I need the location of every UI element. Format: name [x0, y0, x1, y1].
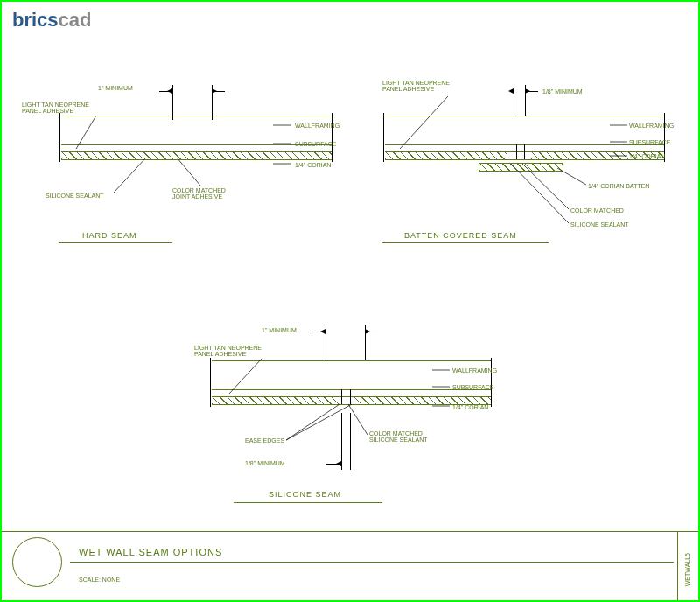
d3-mid: [212, 389, 492, 390]
svg-line-12: [511, 164, 569, 223]
d1-dimh1: [159, 91, 172, 92]
d3-dimh2: [365, 332, 378, 332]
d3-dim2: [365, 326, 366, 360]
d1-min-label: 1" MINIMUM: [98, 85, 133, 91]
d3-top: [212, 360, 492, 361]
footer-vline: [677, 531, 678, 600]
d1-sealant: SILICONE SEALANT: [46, 192, 104, 199]
d2-min: 1/8" MINIMUM: [542, 88, 583, 94]
d3-gap1: [341, 389, 342, 404]
d2-dimh: [525, 91, 538, 92]
d1-joint: COLOR MATCHED JOINT ADHESIVE: [172, 187, 238, 200]
d3-title-line: [234, 502, 382, 503]
d3-hatchL: [212, 397, 339, 404]
d1-dim1: [172, 85, 173, 120]
d3-breakR: [491, 358, 492, 407]
svg-line-2: [177, 158, 200, 186]
logo-brics: brics: [12, 9, 59, 31]
side-label: WETWALL5: [684, 553, 690, 586]
d1-breakL: [60, 113, 60, 162]
d3-hatchR: [354, 397, 492, 404]
d2-matched: COLOR MATCHED: [570, 207, 624, 214]
d3-breakL: [210, 358, 211, 407]
title-underline: [70, 562, 674, 563]
svg-line-19: [348, 404, 368, 435]
d3-sealant: COLOR MATCHED SILICONE SEALANT: [369, 430, 435, 443]
scale-label: SCALE: NONE: [79, 577, 120, 583]
svg-line-6: [400, 96, 448, 149]
d2-subsurface: SUBSURFACE: [629, 139, 670, 145]
d1-hatch: [61, 152, 332, 159]
d1-breakR: [332, 113, 332, 162]
d2-title-line: [382, 242, 549, 243]
d2-dim2: [525, 85, 526, 116]
d1-wallframing: WALLFRAMING: [295, 122, 340, 129]
d3-dimbh: [326, 464, 341, 465]
svg-line-1: [114, 158, 146, 192]
d2-dim1: [514, 85, 514, 116]
d2-gap2: [524, 144, 525, 159]
d3-eighth: 1/8" MINIMUM: [245, 460, 285, 466]
d2-title: BATTEN COVERED SEAM: [404, 231, 517, 240]
d2-top: [385, 116, 665, 116]
d3-dim1: [326, 326, 326, 360]
d2-corian: 1/4" CORIAN: [629, 153, 665, 159]
d1-corian: 1/4" CORIAN: [295, 162, 331, 168]
d3-dimb1: [341, 413, 342, 470]
d3-dimh1: [312, 332, 326, 332]
d1-adhesive-label: LIGHT TAN NEOPRENE PANEL ADHESIVE: [22, 102, 101, 114]
leader-lines: [2, 2, 698, 600]
d2-sealant: SILICONE SEALANT: [570, 221, 629, 228]
d1-bot: [61, 159, 332, 160]
d3-min: 1" MINIMUM: [262, 327, 297, 333]
detail-bubble: [12, 537, 62, 587]
d2-bot: [385, 159, 665, 160]
d2-wallframing: WALLFRAMING: [629, 122, 674, 129]
footer-line: [2, 531, 698, 532]
d1-top: [61, 116, 332, 116]
d1-dim2: [212, 85, 213, 120]
d2-gap1: [516, 144, 517, 159]
d1-dimh2: [212, 91, 225, 92]
d2-adhesive: LIGHT TAN NEOPRENE PANEL ADHESIVE: [382, 80, 461, 92]
d3-ease: EASE EDGES: [245, 438, 284, 444]
drawing-title: WET WALL SEAM OPTIONS: [79, 547, 222, 557]
d2-batten-label: 1/4" CORIAN BATTEN: [588, 183, 649, 189]
d3-wallframing: WALLFRAMING: [452, 368, 497, 374]
d3-corian: 1/4" CORIAN: [452, 404, 488, 410]
logo-cad: cad: [59, 9, 92, 31]
d1-title: HARD SEAM: [82, 231, 137, 240]
drawing-frame: bricscad 1" MINIMUM LIGHT TAN NEOPRENE P…: [0, 0, 700, 602]
logo: bricscad: [12, 9, 92, 32]
d2-hatchL: [385, 152, 508, 159]
svg-line-13: [229, 359, 262, 394]
d1-subsurface: SUBSURFACE: [295, 141, 336, 147]
d3-title: SILICONE SEAM: [269, 490, 341, 499]
d3-gap2: [350, 389, 351, 404]
d3-bot: [212, 404, 492, 405]
d1-title-line: [59, 242, 172, 243]
d3-dimb2: [350, 413, 351, 470]
d2-breakL: [383, 113, 384, 162]
d1-mid: [61, 144, 332, 145]
d2-batten: [479, 163, 564, 172]
d3-adhesive: LIGHT TAN NEOPRENE PANEL ADHESIVE: [194, 345, 273, 357]
d3-subsurface: SUBSURFACE: [452, 384, 494, 390]
svg-line-17: [286, 404, 340, 440]
d2-mid: [385, 144, 665, 145]
